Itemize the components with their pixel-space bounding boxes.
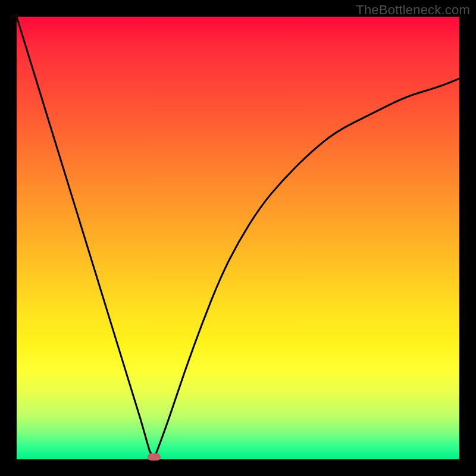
watermark-text: TheBottleneck.com — [356, 2, 470, 18]
plot-area — [17, 17, 459, 459]
min-marker — [148, 453, 161, 461]
curve-right — [154, 79, 459, 459]
curve-svg — [17, 17, 459, 459]
chart-frame: TheBottleneck.com — [0, 0, 476, 476]
curve-left — [17, 17, 154, 459]
